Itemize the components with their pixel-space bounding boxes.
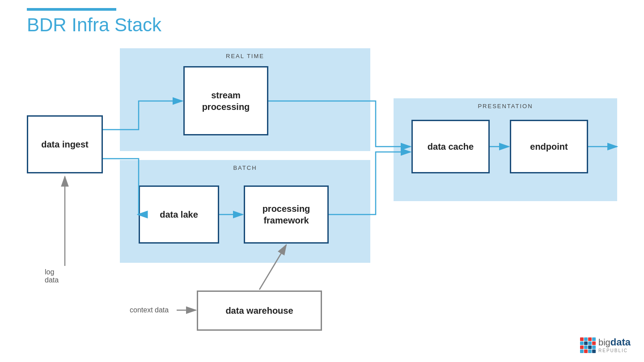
node-stream-processing: stream processing [183, 66, 268, 135]
bdr-logo-text: bigdata republic [598, 337, 631, 353]
panel-batch-label: BATCH [233, 164, 257, 171]
panel-presentation-label: PRESENTATION [478, 103, 533, 109]
panel-realtime-label: REAL TIME [226, 53, 264, 59]
context-data-label: context data [130, 306, 169, 314]
page-container: BDR Infra Stack REAL TIME BATCH PRESENTA… [0, 0, 644, 362]
node-data-ingest: data ingest [27, 115, 103, 173]
bdr-logo-grid [580, 337, 596, 353]
log-data-label: log data [45, 268, 59, 284]
node-data-lake: data lake [139, 185, 219, 244]
node-endpoint: endpoint [510, 120, 588, 173]
page-title: BDR Infra Stack [27, 14, 161, 36]
accent-bar [27, 8, 116, 11]
bdr-logo: bigdata republic [580, 337, 631, 353]
node-data-warehouse: data warehouse [197, 290, 322, 331]
node-data-cache: data cache [411, 120, 490, 173]
node-processing-framework: processing framework [244, 185, 329, 244]
